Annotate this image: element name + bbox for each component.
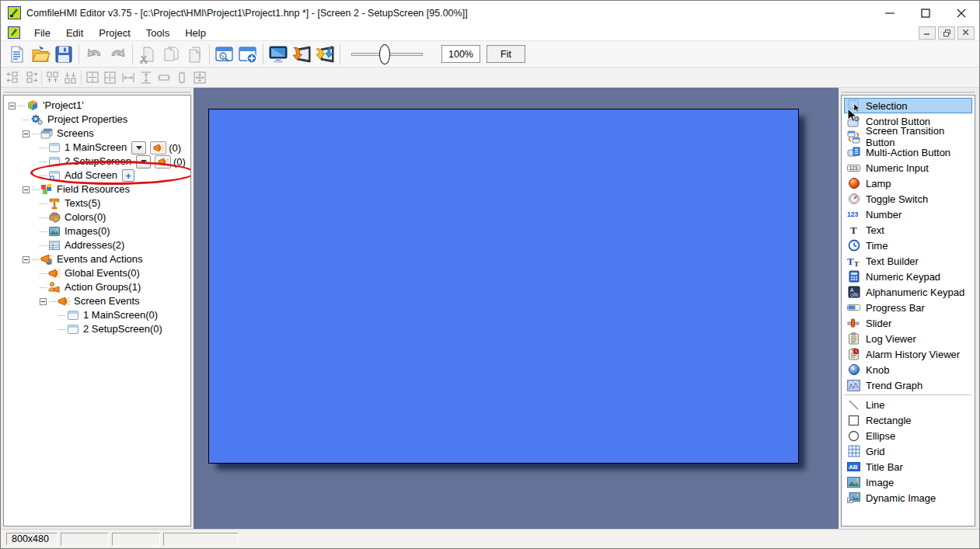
redo-button[interactable] [106,43,129,66]
tree-label[interactable]: Screens [57,127,94,140]
tree-item-events-actions[interactable]: Events and Actions [5,252,190,266]
fit-button[interactable]: Fit [487,45,525,63]
tree-label[interactable]: Events and Actions [57,253,143,266]
tree-label[interactable]: Global Events(0) [65,267,140,280]
palette-item-dynamic-image[interactable]: Dynamic Image [844,490,972,506]
tree-label[interactable]: 1 MainScreen(0) [83,309,158,321]
palette-item-text-builder[interactable]: TT Text Builder [844,253,972,269]
palette-item-numeric-input[interactable]: 123. Numeric Input [844,160,972,175]
palette-item-log-viewer[interactable]: Log Viewer [844,331,972,346]
palette-item-trend-graph[interactable]: Trend Graph [844,377,972,393]
align-right-button[interactable] [22,69,40,86]
tree-item-project[interactable]: 'Project1' [5,99,190,113]
new-project-button[interactable] [5,43,29,66]
hmi-screen-design-surface[interactable] [208,109,799,464]
tree-label[interactable]: Action Groups(1) [65,281,141,294]
palette-item-screen-transition-button[interactable]: Screen Transition Button [844,129,972,144]
tree-item-action-groups[interactable]: Action Groups(1) [5,280,190,294]
sync-screens-button[interactable] [313,43,337,66]
center-horizontal-button[interactable] [83,69,101,86]
tree-item-setupscreen-events[interactable]: 2 SetupScreen(0) [5,322,190,336]
zoom-slider-thumb[interactable] [379,44,390,64]
menu-project[interactable]: Project [91,26,138,40]
tree-item-texts[interactable]: Texts(5) [5,196,190,210]
align-left-button[interactable] [4,69,22,86]
zoom-level-value[interactable]: 100% [441,45,480,63]
tree-item-addresses[interactable]: Addresses(2) [5,238,190,252]
menu-tools[interactable]: Tools [138,26,177,40]
close-button[interactable] [943,1,979,25]
stretch-height-button[interactable] [173,69,190,86]
palette-item-progress-bar[interactable]: Progress Bar [844,300,972,315]
tree-item-setupscreen[interactable]: 2 SetupScreen (0) [5,155,190,169]
tree-item-colors[interactable]: Colors(0) [5,210,190,224]
screen-dropdown-button[interactable] [131,141,146,155]
tree-label[interactable]: Addresses(2) [65,239,124,252]
download-to-device-button[interactable] [290,43,313,66]
tree-label[interactable]: 1 MainScreen [65,141,127,154]
stretch-width-button[interactable] [155,69,173,86]
tree-label[interactable]: 'Project1' [43,99,84,112]
collapse-icon[interactable] [23,130,30,137]
tree-item-field-resources[interactable]: Field Resources [5,182,190,196]
tree-item-images[interactable]: Images(0) [5,224,190,238]
tree-label[interactable]: Colors(0) [65,211,106,224]
maximize-button[interactable] [908,1,943,25]
palette-item-title-bar[interactable]: AB Title Bar [844,459,972,474]
mdi-restore-button[interactable] [938,26,955,40]
tree-label[interactable]: Texts(5) [65,197,100,210]
menu-help[interactable]: Help [177,26,214,40]
same-width-button[interactable] [119,69,137,86]
copy-button[interactable] [159,43,183,66]
add-screen-button[interactable] [236,43,260,66]
panel-grip[interactable] [841,88,975,95]
paste-button[interactable] [183,43,206,66]
zoom-slider[interactable] [351,43,423,66]
mdi-close-button[interactable] [957,26,975,40]
tree-label[interactable]: Add Screen [65,169,117,182]
screen-dropdown-button[interactable] [136,155,151,169]
palette-item-slider[interactable]: Slider [844,315,972,331]
palette-item-text[interactable]: T Text [844,222,972,238]
menu-file[interactable]: File [26,26,58,40]
palette-item-numeric-keypad[interactable]: Numeric Keypad [844,269,972,284]
same-height-button[interactable] [137,69,155,86]
tree-label[interactable]: Field Resources [57,183,130,196]
palette-item-knob[interactable]: Knob [844,362,972,377]
palette-item-grid[interactable]: Grid [844,443,972,459]
tree-label[interactable]: Screen Events [74,295,140,308]
panel-grip[interactable] [3,88,191,95]
palette-item-toggle-switch[interactable]: Toggle Switch [844,191,972,207]
align-top-button[interactable] [44,69,61,86]
tree-item-mainscreen[interactable]: 1 MainScreen (0) [5,141,190,155]
collapse-icon[interactable] [23,256,30,263]
simulate-button[interactable] [267,43,290,66]
editor-canvas[interactable] [194,88,839,529]
screen-properties-button[interactable] [213,43,236,66]
tree-label[interactable]: 2 SetupScreen [65,155,131,168]
palette-item-time[interactable]: Time [844,238,972,253]
cut-button[interactable] [136,43,159,66]
palette-item-lamp[interactable]: Lamp [844,175,972,191]
palette-item-alarm-history-viewer[interactable]: Alarm History Viewer [844,346,972,362]
undo-button[interactable] [82,43,106,66]
tree-label[interactable]: Project Properties [47,113,127,126]
open-project-button[interactable] [29,43,52,66]
same-size-button[interactable] [190,69,208,86]
tree-item-mainscreen-events[interactable]: 1 MainScreen(0) [5,308,190,322]
center-vertical-button[interactable] [101,69,119,86]
tree-label[interactable]: Images(0) [65,225,110,238]
palette-item-image[interactable]: Image [844,474,972,490]
collapse-icon[interactable] [9,103,16,109]
tree-item-global-events[interactable]: Global Events(0) [5,266,190,280]
add-screen-plus-button[interactable]: + [122,169,134,182]
tree-item-project-properties[interactable]: Project Properties [5,113,190,127]
mdi-minimize-button[interactable] [919,26,936,40]
collapse-icon[interactable] [40,298,47,305]
align-bottom-button[interactable] [61,69,79,86]
tree-item-screens[interactable]: Screens [5,127,190,141]
collapse-icon[interactable] [23,186,30,193]
palette-item-number[interactable]: 123 Number [844,207,972,222]
screen-alarm-button[interactable] [150,141,166,155]
menu-edit[interactable]: Edit [58,26,91,40]
